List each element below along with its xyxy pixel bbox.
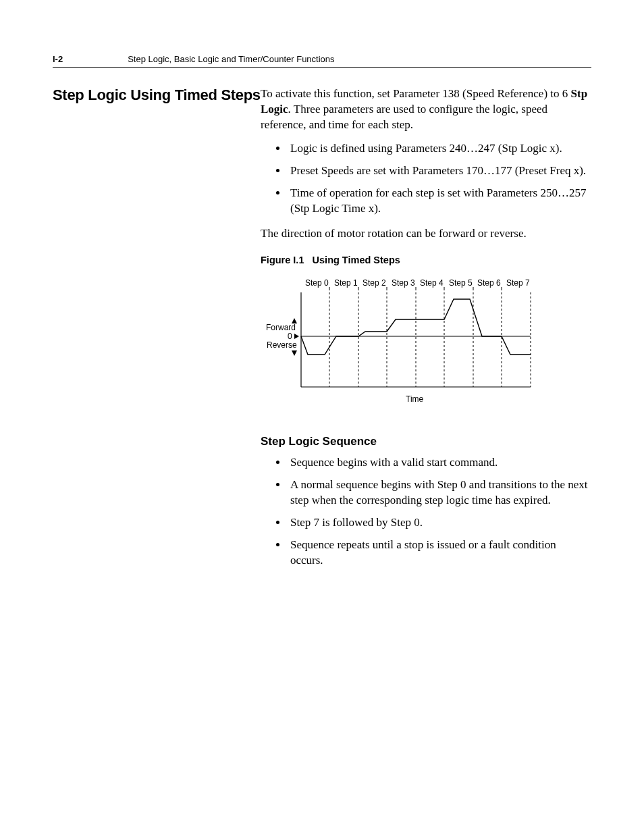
step-label: Step 0 bbox=[305, 278, 329, 288]
intro-post: . Three parameters are used to configure… bbox=[261, 103, 547, 131]
step-dividers bbox=[329, 292, 531, 387]
figure-title: Using Timed Steps bbox=[313, 255, 400, 265]
intro-paragraph: To activate this function, set Parameter… bbox=[261, 86, 591, 133]
running-title: Step Logic, Basic Logic and Timer/Counte… bbox=[128, 54, 334, 64]
section-heading: Step Logic Using Timed Steps bbox=[53, 86, 261, 104]
subsection-heading: Step Logic Sequence bbox=[261, 434, 591, 450]
arrow-right-icon bbox=[294, 334, 299, 339]
x-axis-label: Time bbox=[406, 394, 424, 404]
side-column: Step Logic Using Timed Steps bbox=[53, 86, 261, 578]
page: I-2 Step Logic, Basic Logic and Timer/Co… bbox=[0, 0, 644, 834]
sequence-bullet-list: Sequence begins with a valid start comma… bbox=[261, 455, 591, 569]
main-column: To activate this function, set Parameter… bbox=[261, 86, 591, 578]
step-label: Step 4 bbox=[420, 278, 444, 288]
list-item: Logic is defined using Parameters 240…24… bbox=[288, 141, 591, 157]
list-item: A normal sequence begins with Step 0 and… bbox=[288, 477, 591, 509]
two-column-layout: Step Logic Using Timed Steps To activate… bbox=[53, 86, 591, 578]
config-bullet-list: Logic is defined using Parameters 240…24… bbox=[261, 141, 591, 217]
list-item: Sequence begins with a valid start comma… bbox=[288, 455, 591, 471]
figure-body: Step 0 Step 1 Step 2 Step 3 Step 4 Step … bbox=[261, 272, 591, 414]
y-label-forward: Forward bbox=[266, 323, 296, 332]
step-label: Step 6 bbox=[477, 278, 501, 288]
list-item: Time of operation for each step is set w… bbox=[288, 186, 591, 217]
step-label: Step 1 bbox=[334, 278, 358, 288]
list-item: Sequence repeats until a stop is issued … bbox=[288, 538, 591, 569]
step-label: Step 2 bbox=[363, 278, 386, 288]
figure-code: Figure I.1 bbox=[261, 255, 304, 265]
step-label: Step 3 bbox=[392, 278, 415, 288]
running-header: I-2 Step Logic, Basic Logic and Timer/Co… bbox=[53, 54, 591, 68]
page-number: I-2 bbox=[53, 54, 63, 64]
step-label: Step 7 bbox=[506, 278, 530, 288]
y-label-reverse: Reverse bbox=[267, 340, 297, 350]
list-item: Preset Speeds are set with Parameters 17… bbox=[288, 163, 591, 179]
direction-note: The direction of motor rotation can be f… bbox=[261, 226, 591, 242]
step-label: Step 5 bbox=[449, 278, 473, 288]
figure-caption: Figure I.1 Using Timed Steps bbox=[261, 254, 591, 267]
arrow-down-icon bbox=[292, 350, 297, 356]
list-item: Step 7 is followed by Step 0. bbox=[288, 515, 591, 531]
y-label-zero: 0 bbox=[288, 332, 292, 341]
intro-pre: To activate this function, set Parameter… bbox=[261, 87, 571, 100]
timed-steps-chart: Step 0 Step 1 Step 2 Step 3 Step 4 Step … bbox=[261, 272, 551, 414]
